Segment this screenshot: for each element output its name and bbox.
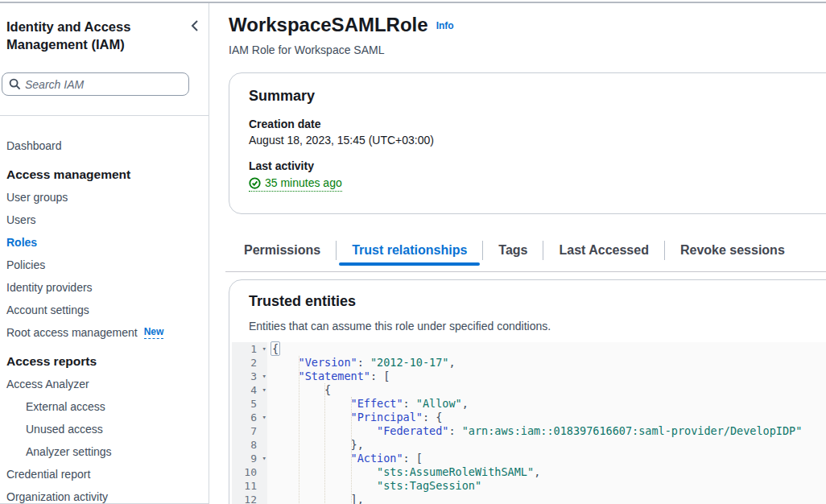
sidebar-item-roles[interactable]: Roles [0,231,209,254]
info-link[interactable]: Info [436,20,454,31]
line-number: 4▾ [232,383,267,397]
tab-label: Last Accessed [559,243,648,258]
line-number: 3▾ [232,370,267,383]
page-subtitle: IAM Role for Workspace SAML [229,43,384,56]
last-activity-label: Last activity [249,159,826,172]
sidebar-item-organization-activity[interactable]: Organization activity [0,485,209,504]
fold-arrow-icon[interactable]: ▾ [262,342,266,356]
sidebar-item-label: Analyzer settings [26,445,112,458]
code-text: { [267,383,826,397]
sidebar-title: Identity and Access Management (IAM) [6,18,164,53]
page-title: WorkspaceSAMLRoleInfo [229,14,454,36]
sidebar-item-policies[interactable]: Policies [0,254,209,276]
fold-arrow-icon[interactable]: ▾ [262,411,266,424]
code-line-3: 3▾ "Statement": [ [232,370,826,383]
trusted-entities-card: Trusted entities Entities that can assum… [229,279,826,504]
fold-arrow-icon[interactable]: ▾ [262,383,266,397]
sidebar-item-dashboard[interactable]: Dashboard [0,134,209,157]
sidebar-heading-access-reports: Access reports [0,350,209,373]
code-text: { [267,342,826,356]
summary-heading: Summary [249,88,826,105]
code-line-4: 4▾ { [232,383,826,397]
code-line-9: 9▾ "Action": [ [232,452,826,465]
code-line-1: 1▾{ [232,342,826,356]
chevron-left-icon [189,19,200,32]
code-line-5: 5 "Effect": "Allow", [232,397,826,411]
sidebar-item-label: User groups [6,191,68,204]
code-line-7: 7 "Federated": "arn:aws:iam::01839761660… [232,424,826,438]
tab-revoke-sessions[interactable]: Revoke sessions [665,236,800,265]
role-name: WorkspaceSAMLRole [229,14,428,35]
sidebar-item-label: Users [6,213,36,226]
summary-card: Summary Creation date August 18, 2023, 1… [229,72,826,214]
tab-label: Permissions [244,243,320,258]
sidebar-collapse-button[interactable] [188,18,202,35]
line-number: 9▾ [232,452,267,465]
sidebar-item-credential-report[interactable]: Credential report [0,463,209,485]
indent-guide [324,383,325,504]
line-number: 2 [232,356,267,370]
sidebar-item-access-analyzer[interactable]: Access Analyzer [0,373,209,395]
sidebar-item-analyzer-settings[interactable]: Analyzer settings [0,440,209,463]
tab-bar-divider [225,271,826,272]
matching-bracket-highlight: { [271,341,280,356]
line-number: 5 [232,397,267,411]
tab-trust-relationships[interactable]: Trust relationships [337,236,482,265]
sidebar-item-label: Identity providers [6,281,93,294]
search-input[interactable] [25,78,188,91]
trusted-entities-heading: Trusted entities [249,293,826,310]
line-number: 10 [232,465,267,479]
line-number: 12 [232,493,267,504]
sidebar-nav: DashboardAccess managementUser groupsUse… [0,134,209,504]
sidebar-item-label: Unused access [26,423,103,436]
line-number: 8 [232,438,267,452]
line-number: 1▾ [232,342,267,356]
sidebar-divider [0,115,209,116]
sidebar-item-root-access-management[interactable]: Root access managementNew [0,321,209,344]
sidebar-item-label: Access reports [6,354,97,369]
line-number: 7 [232,424,267,438]
tab-label: Revoke sessions [680,243,785,258]
indent-guide [299,356,299,504]
code-line-6: 6▾ "Principal": { [232,411,826,424]
sidebar-item-label: Dashboard [6,139,62,152]
trusted-entities-description: Entities that can assume this role under… [249,320,826,333]
code-line-10: 10 "sts:AssumeRoleWithSAML", [232,465,826,479]
sidebar-item-label: Organization activity [6,490,108,503]
tab-bar: PermissionsTrust relationshipsTagsLast A… [229,236,826,265]
active-tab-indicator [339,262,480,266]
tab-label: Tags [498,243,527,258]
sidebar-item-label: Access management [6,167,130,182]
sidebar-item-external-access[interactable]: External access [0,395,209,418]
line-number: 11 [232,479,267,493]
sidebar-item-label: Policies [6,258,45,271]
code-text: "Statement": [ [267,370,826,383]
new-badge[interactable]: New [144,326,164,339]
sidebar-item-label: Account settings [6,304,89,316]
sidebar-item-label: Root access management [6,326,138,339]
policy-code-editor[interactable]: 1▾{2 "Version": "2012-10-17",3▾ "Stateme… [232,342,826,504]
sidebar-item-user-groups[interactable]: User groups [0,186,209,209]
sidebar-item-account-settings[interactable]: Account settings [0,299,209,321]
line-number: 6▾ [232,411,267,424]
sidebar: Identity and Access Management (IAM) Das… [0,3,209,504]
creation-date-value: August 18, 2023, 15:45 (UTC+03:00) [249,134,826,147]
last-activity-value[interactable]: 35 minutes ago [249,176,342,192]
fold-arrow-icon[interactable]: ▾ [262,452,266,465]
tab-last-accessed[interactable]: Last Accessed [543,236,663,265]
sidebar-item-unused-access[interactable]: Unused access [0,418,209,440]
code-line-8: 8 }, [232,438,826,452]
sidebar-item-label: Credential report [6,468,90,481]
sidebar-item-label: Roles [6,236,37,249]
tab-permissions[interactable]: Permissions [229,236,336,265]
sidebar-item-users[interactable]: Users [0,209,209,231]
tab-tags[interactable]: Tags [483,236,543,265]
code-line-12: 12 ], [232,493,826,504]
creation-date-label: Creation date [249,118,826,130]
tab-label: Trust relationships [352,243,467,258]
sidebar-item-label: External access [26,400,105,413]
search-box[interactable] [2,72,189,96]
check-circle-icon [249,177,261,189]
sidebar-item-identity-providers[interactable]: Identity providers [0,276,209,299]
fold-arrow-icon[interactable]: ▾ [262,370,266,383]
